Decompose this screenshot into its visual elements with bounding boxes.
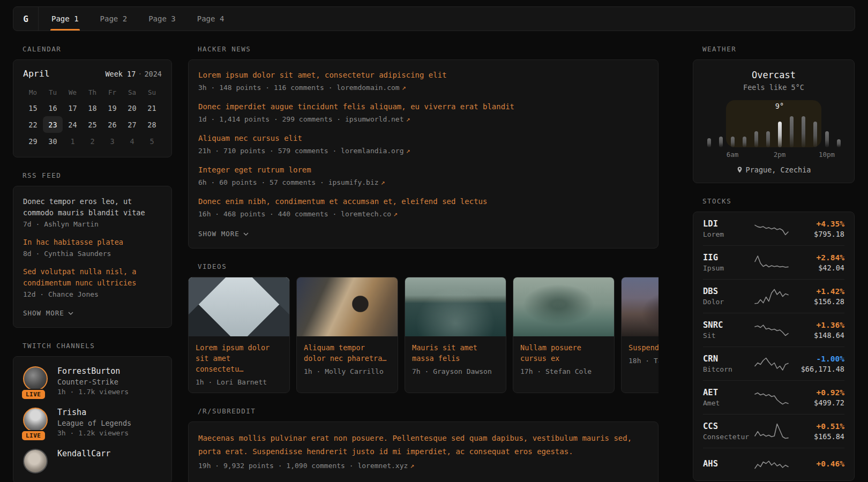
- show-more-label: SHOW MORE: [198, 230, 240, 238]
- video-card[interactable]: Suspendisse diam 18h · Tara: [621, 277, 659, 393]
- hn-domain-link[interactable]: ipsumworld.net: [345, 115, 404, 123]
- calendar-day[interactable]: 30: [43, 133, 63, 149]
- calendar-day[interactable]: 26: [102, 116, 122, 133]
- stock-name: Amet: [703, 399, 754, 407]
- hn-domain-link[interactable]: ipsumify.biz: [328, 178, 379, 186]
- calendar-day[interactable]: 19: [102, 100, 122, 116]
- page-tabs: Page 1 Page 2 Page 3 Page 4: [39, 7, 235, 31]
- top-navigation-bar: G Page 1 Page 2 Page 3 Page 4: [13, 6, 855, 31]
- hn-item-title[interactable]: Donec imperdiet augue tincidunt felis al…: [198, 101, 648, 112]
- calendar-section: CALENDAR April Week 17·2024 Mo Tu We Th …: [13, 45, 172, 157]
- stock-ticker: CRN: [703, 354, 754, 364]
- twitch-channel-row[interactable]: LIVE ForrestBurton Counter-Strike 1h · 1…: [23, 366, 162, 396]
- rss-item-meta: 8d · Cynthia Saunders: [23, 250, 162, 258]
- map-pin-icon: [737, 166, 743, 174]
- rss-section: RSS FEED Donec tempor eros leo, ut commo…: [13, 171, 172, 328]
- calendar-day[interactable]: 5: [142, 133, 162, 149]
- video-meta: 1h · Molly Carrillo: [304, 367, 391, 375]
- stock-ticker: SNRC: [703, 320, 754, 330]
- hn-item-title[interactable]: Integer eget rutrum lorem: [198, 164, 648, 175]
- calendar-day[interactable]: 28: [142, 116, 162, 133]
- live-badge: LIVE: [21, 389, 46, 400]
- calendar-day[interactable]: 2: [83, 133, 102, 149]
- calendar-day[interactable]: 15: [23, 100, 43, 116]
- video-title[interactable]: Aliquam tempor dolor nec pharetra…: [304, 342, 391, 364]
- tab-page-2[interactable]: Page 2: [89, 7, 138, 31]
- video-thumbnail: [513, 277, 614, 336]
- calendar-day[interactable]: 23: [43, 116, 63, 133]
- calendar-day[interactable]: 16: [43, 100, 63, 116]
- calendar-day[interactable]: 1: [63, 133, 83, 149]
- stock-price: $165.84: [789, 432, 844, 441]
- hn-domain-link[interactable]: loremtech.co: [341, 210, 391, 218]
- weather-bar: [754, 131, 758, 147]
- channel-name[interactable]: Trisha: [57, 408, 131, 417]
- channel-name[interactable]: ForrestBurton: [57, 366, 129, 376]
- subreddit-post-title[interactable]: Maecenas mollis pulvinar erat non posuer…: [198, 432, 648, 458]
- hn-item-title[interactable]: Lorem ipsum dolor sit amet, consectetur …: [198, 70, 648, 80]
- channel-viewers: 1h · 1.7k viewers: [57, 388, 129, 396]
- calendar-year: 2024: [144, 70, 162, 78]
- rss-item-title[interactable]: In hac habitasse platea: [23, 237, 162, 248]
- rss-heading: RSS FEED: [23, 171, 172, 179]
- calendar-day[interactable]: 3: [102, 133, 122, 149]
- hn-show-more-button[interactable]: SHOW MORE: [198, 230, 249, 238]
- video-meta: 17h · Stefan Cole: [520, 367, 607, 375]
- stock-row: SNRCSit +1.36%$148.64: [703, 313, 844, 347]
- video-card[interactable]: Aliquam tempor dolor nec pharetra… 1h · …: [296, 277, 398, 393]
- video-meta: 18h · Tara: [628, 357, 659, 365]
- rss-item-title[interactable]: Donec tempor eros leo, ut commodo mauris…: [23, 196, 162, 219]
- calendar-day[interactable]: 17: [63, 100, 83, 116]
- calendar-day[interactable]: 25: [83, 116, 102, 133]
- video-title[interactable]: Suspendisse diam: [628, 342, 659, 353]
- stock-name: Dolor: [703, 298, 754, 306]
- weekday-label: Th: [83, 88, 102, 96]
- calendar-day[interactable]: 4: [122, 133, 142, 149]
- calendar-day[interactable]: 24: [63, 116, 83, 133]
- calendar-day[interactable]: 18: [83, 100, 102, 116]
- tab-page-1[interactable]: Page 1: [41, 7, 89, 31]
- calendar-week-number: Week 17: [105, 70, 136, 78]
- video-title[interactable]: Mauris sit amet massa felis: [412, 342, 499, 364]
- rss-item: In hac habitasse platea 8d · Cynthia Sau…: [23, 237, 162, 258]
- tab-page-3[interactable]: Page 3: [138, 7, 186, 31]
- weather-bar: [707, 138, 711, 147]
- weather-bar: [731, 137, 735, 147]
- stock-change: +0.46%: [789, 460, 844, 468]
- calendar-card: April Week 17·2024 Mo Tu We Th Fr Sa Su: [13, 59, 172, 157]
- app-logo[interactable]: G: [13, 7, 39, 31]
- hackernews-heading: HACKER NEWS: [198, 45, 659, 53]
- weather-bar-slot: [821, 114, 833, 147]
- subreddit-domain-link[interactable]: loremnet.xyz: [357, 462, 408, 470]
- hn-domain-link[interactable]: loremdomain.com: [336, 84, 399, 92]
- video-card[interactable]: Lorem ipsum dolor sit amet consectetu… 1…: [188, 277, 290, 393]
- video-title[interactable]: Lorem ipsum dolor sit amet consectetu…: [196, 342, 282, 374]
- weather-bar-current: [778, 122, 782, 147]
- calendar-day[interactable]: 27: [122, 116, 142, 133]
- hn-item-title[interactable]: Aliquam nec cursus elit: [198, 133, 648, 144]
- stock-change: +0.92%: [789, 388, 844, 397]
- video-card[interactable]: Nullam posuere cursus ex 17h · Stefan Co…: [513, 277, 615, 393]
- hn-domain-link[interactable]: loremlandia.org: [341, 147, 403, 155]
- weather-bar-slot: [833, 114, 844, 147]
- video-title[interactable]: Nullam posuere cursus ex: [520, 342, 607, 364]
- rss-show-more-button[interactable]: SHOW MORE: [23, 309, 73, 317]
- external-link-icon: ↗: [379, 178, 385, 186]
- tab-page-4[interactable]: Page 4: [186, 7, 235, 31]
- calendar-day[interactable]: 29: [23, 133, 43, 149]
- twitch-channel-row[interactable]: LIVE Trisha League of Legends 3h · 1.2k …: [23, 408, 162, 437]
- channel-name[interactable]: KendallCarr: [57, 449, 110, 458]
- video-card[interactable]: Mauris sit amet massa felis 7h · Grayson…: [405, 277, 506, 393]
- calendar-day[interactable]: 20: [122, 100, 142, 116]
- rss-item-title[interactable]: Sed volutpat nulla nisl, a condimentum n…: [23, 266, 162, 289]
- stock-name: Sit: [703, 332, 754, 340]
- twitch-channel-row[interactable]: LIVE KendallCarr: [23, 449, 162, 473]
- video-thumbnail: [189, 277, 289, 336]
- hn-item-title[interactable]: Donec enim nibh, condimentum et accumsan…: [198, 196, 648, 207]
- calendar-day[interactable]: 21: [142, 100, 162, 116]
- calendar-day[interactable]: 22: [23, 116, 43, 133]
- stock-ticker: AET: [703, 388, 754, 397]
- stock-change: +2.84%: [789, 253, 844, 262]
- stock-name: Consectetur: [703, 433, 754, 441]
- weather-location-row: Prague, Czechia: [703, 165, 844, 174]
